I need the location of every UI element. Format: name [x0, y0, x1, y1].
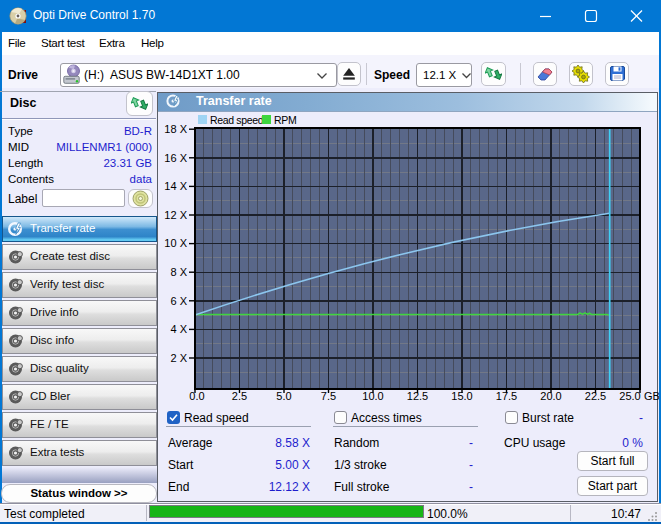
- svg-text:8 X: 8 X: [170, 266, 187, 278]
- svg-text:12.5: 12.5: [407, 390, 428, 402]
- svg-text:14 X: 14 X: [164, 180, 187, 192]
- svg-text:10 X: 10 X: [164, 237, 187, 249]
- svg-text:6 X: 6 X: [170, 295, 187, 307]
- svg-text:0.0: 0.0: [189, 390, 204, 402]
- svg-text:17.5: 17.5: [496, 390, 517, 402]
- svg-text:22.5: 22.5: [585, 390, 606, 402]
- svg-text:2.5: 2.5: [232, 390, 247, 402]
- svg-text:5.0: 5.0: [276, 390, 291, 402]
- svg-text:2 X: 2 X: [170, 352, 187, 364]
- svg-text:12 X: 12 X: [164, 209, 187, 221]
- svg-text:15.0: 15.0: [451, 390, 472, 402]
- svg-text:4 X: 4 X: [170, 323, 187, 335]
- svg-text:7.5: 7.5: [321, 390, 336, 402]
- svg-text:25.0: 25.0: [619, 390, 640, 402]
- svg-text:10.0: 10.0: [362, 390, 383, 402]
- svg-text:16 X: 16 X: [164, 152, 187, 164]
- svg-text:20.0: 20.0: [540, 390, 561, 402]
- svg-text:GB: GB: [644, 390, 659, 402]
- svg-text:18 X: 18 X: [164, 123, 187, 135]
